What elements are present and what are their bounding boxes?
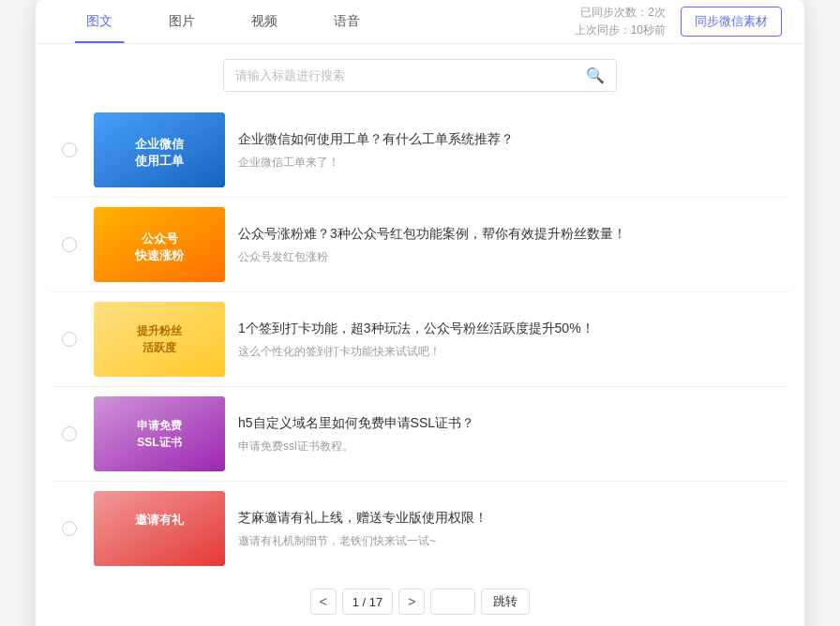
tabs-nav: 图文 图片 视频 语音 xyxy=(58,0,575,43)
thumb-3: 提升粉丝 活跃度 xyxy=(94,302,225,377)
thumb-5: 邀请有礼 xyxy=(94,491,225,566)
article-title-1: 企业微信如何使用工单？有什么工单系统推荐？ xyxy=(238,129,782,149)
pagination: < 1 / 17 > 跳转 xyxy=(36,575,804,624)
article-content-3: 1个签到打卡功能，超3种玩法，公众号粉丝活跃度提升50%！ 这么个性化的签到打卡… xyxy=(238,319,782,360)
thumb-4: 申请免费 SSL证书 xyxy=(94,396,225,471)
article-desc-1: 企业微信工单来了！ xyxy=(238,155,782,171)
svg-text:活跃度: 活跃度 xyxy=(142,341,177,354)
radio-wrap-2 xyxy=(58,237,81,252)
svg-text:快速涨粉: 快速涨粉 xyxy=(134,248,185,262)
page-jump-button[interactable]: 跳转 xyxy=(481,589,530,615)
search-input[interactable] xyxy=(235,68,586,82)
article-item-2: 公众号 快速涨粉 公众号涨粉难？3种公众号红包功能案例，帮你有效提升粉丝数量！ … xyxy=(51,198,789,292)
tabs-header: 图文 图片 视频 语音 已同步次数：2次 上次同步：10秒前 同步微信素材 xyxy=(36,0,804,44)
svg-text:邀请有礼: 邀请有礼 xyxy=(135,513,185,527)
article-title-5: 芝麻邀请有礼上线，赠送专业版使用权限！ xyxy=(238,508,782,528)
tab-image[interactable]: 图片 xyxy=(141,0,223,43)
sync-button[interactable]: 同步微信素材 xyxy=(681,7,782,37)
radio-1[interactable] xyxy=(62,142,77,157)
article-item: 企业微信 使用工单 企业微信如何使用工单？有什么工单系统推荐？ 企业微信工单来了… xyxy=(51,103,789,198)
thumb-2: 公众号 快速涨粉 xyxy=(94,207,225,282)
radio-wrap-3 xyxy=(58,332,81,347)
sync-count: 已同步次数：2次 xyxy=(575,4,666,22)
page-jump-input[interactable] xyxy=(430,589,475,615)
svg-text:企业微信: 企业微信 xyxy=(134,137,185,151)
article-content-1: 企业微信如何使用工单？有什么工单系统推荐？ 企业微信工单来了！ xyxy=(238,129,782,171)
article-title-2: 公众号涨粉难？3种公众号红包功能案例，帮你有效提升粉丝数量！ xyxy=(238,224,782,244)
tab-graphic[interactable]: 图文 xyxy=(58,0,141,43)
radio-wrap-4 xyxy=(58,426,81,441)
article-content-2: 公众号涨粉难？3种公众号红包功能案例，帮你有效提升粉丝数量！ 公众号发红包涨粉 xyxy=(238,224,782,265)
radio-wrap-5 xyxy=(58,521,81,536)
svg-text:SSL证书: SSL证书 xyxy=(137,436,181,449)
svg-rect-9 xyxy=(94,396,225,471)
modal-container: 图文 图片 视频 语音 已同步次数：2次 上次同步：10秒前 同步微信素材 🔍 xyxy=(36,0,804,626)
tab-video[interactable]: 视频 xyxy=(223,0,306,43)
svg-text:提升粉丝: 提升粉丝 xyxy=(136,324,183,337)
article-item-5: 邀请有礼 芝麻邀请有礼上线，赠送专业版使用权限！ 邀请有礼机制细节，老铁们快来试… xyxy=(51,482,789,575)
article-title-4: h5自定义域名里如何免费申请SSL证书？ xyxy=(238,413,782,433)
article-content-4: h5自定义域名里如何免费申请SSL证书？ 申请免费ssl证书教程。 xyxy=(238,413,782,455)
radio-5[interactable] xyxy=(62,521,77,536)
prev-page-button[interactable]: < xyxy=(310,589,337,615)
svg-rect-12 xyxy=(94,491,225,566)
article-item-3: 提升粉丝 活跃度 1个签到打卡功能，超3种玩法，公众号粉丝活跃度提升50%！ 这… xyxy=(51,292,789,387)
page-current: 1 / 17 xyxy=(342,589,394,615)
article-title-3: 1个签到打卡功能，超3种玩法，公众号粉丝活跃度提升50%！ xyxy=(238,319,782,338)
thumb-1: 企业微信 使用工单 xyxy=(94,112,225,187)
article-content-5: 芝麻邀请有礼上线，赠送专业版使用权限！ 邀请有礼机制细节，老铁们快来试一试~ xyxy=(238,508,782,549)
radio-4[interactable] xyxy=(62,426,77,441)
sync-last: 上次同步：10秒前 xyxy=(575,22,666,39)
tab-audio[interactable]: 语音 xyxy=(306,0,388,43)
article-list: 企业微信 使用工单 企业微信如何使用工单？有什么工单系统推荐？ 企业微信工单来了… xyxy=(36,103,804,575)
svg-text:使用工单: 使用工单 xyxy=(134,154,185,168)
radio-2[interactable] xyxy=(62,237,77,252)
search-icon: 🔍 xyxy=(586,67,605,84)
radio-3[interactable] xyxy=(62,332,77,347)
svg-text:申请免费: 申请免费 xyxy=(137,419,182,432)
search-box: 🔍 xyxy=(223,59,617,92)
radio-wrap-1 xyxy=(58,142,81,157)
article-desc-2: 公众号发红包涨粉 xyxy=(238,249,782,265)
svg-rect-6 xyxy=(94,302,225,377)
next-page-button[interactable]: > xyxy=(398,589,425,615)
sync-info: 已同步次数：2次 上次同步：10秒前 xyxy=(575,4,666,39)
svg-text:公众号: 公众号 xyxy=(141,231,179,246)
article-desc-4: 申请免费ssl证书教程。 xyxy=(238,439,782,455)
article-desc-5: 邀请有礼机制细节，老铁们快来试一试~ xyxy=(238,533,782,549)
search-wrap: 🔍 xyxy=(36,44,804,103)
article-item-4: 申请免费 SSL证书 h5自定义域名里如何免费申请SSL证书？ 申请免费ssl证… xyxy=(51,387,789,482)
article-desc-3: 这么个性化的签到打卡功能快来试试吧！ xyxy=(238,344,782,360)
